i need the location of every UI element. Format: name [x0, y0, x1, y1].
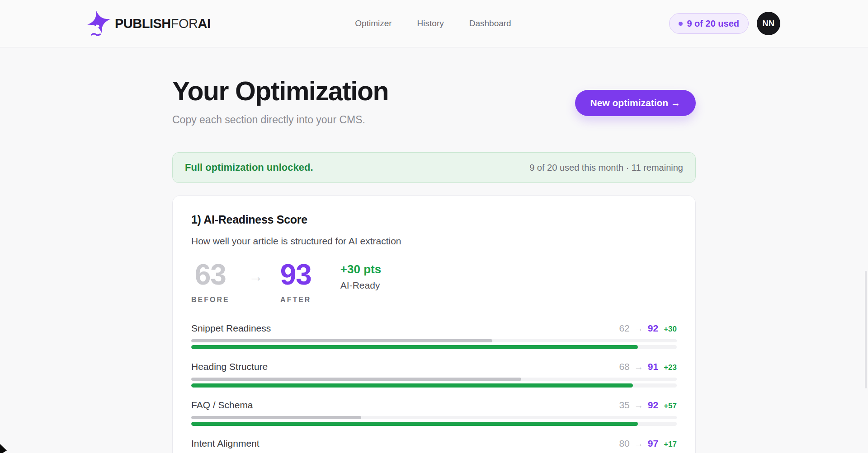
mouse-cursor-icon [0, 444, 8, 453]
new-optimization-button[interactable]: New optimization → [575, 90, 696, 116]
usage-badge-label: 9 of 20 used [687, 19, 739, 29]
page-title: Your Optimization [172, 78, 388, 105]
brand-star-icon [86, 9, 112, 37]
metric-head: Snippet Readiness62→92+30 [191, 323, 677, 334]
metric-head: Heading Structure68→91+23 [191, 361, 677, 372]
metric-label: Intent Alignment [191, 438, 259, 449]
metric-values: 35→92+57 [619, 400, 677, 411]
metric-delta-badge: +23 [664, 363, 677, 372]
page-subtitle: Copy each section directly into your CMS… [172, 114, 388, 126]
delta-points: +30 pts [340, 262, 381, 276]
metric-label: FAQ / Schema [191, 400, 253, 411]
metric-delta-badge: +30 [664, 325, 677, 334]
main-nav: Optimizer History Dashboard [355, 19, 511, 28]
after-progress-fill [191, 345, 638, 349]
arrow-right-icon: → [634, 323, 643, 334]
after-progress-track [191, 345, 677, 349]
after-progress-fill [191, 383, 633, 388]
usage-dot-icon [679, 22, 683, 26]
metric-before-value: 80 [619, 438, 629, 449]
metric-head: FAQ / Schema35→92+57 [191, 400, 677, 411]
page-head-text: Your Optimization Copy each section dire… [172, 78, 388, 126]
metric-values: 80→97+17 [619, 438, 677, 449]
metric-label: Snippet Readiness [191, 323, 271, 334]
before-progress-fill [191, 339, 492, 342]
after-progress-track [191, 383, 677, 388]
arrow-right-icon: → [249, 268, 263, 285]
before-score-block: 63 BEFORE [191, 260, 230, 304]
metric-after-value: 91 [648, 361, 658, 372]
metric-before-value: 68 [619, 361, 629, 372]
metrics-list: Snippet Readiness62→92+30Heading Structu… [191, 323, 677, 453]
app-header: PUBLISHFORAI Optimizer History Dashboard… [0, 0, 868, 47]
before-score-label: BEFORE [191, 296, 230, 304]
metric-after-value: 92 [648, 400, 658, 411]
brand-logo[interactable]: PUBLISHFORAI [86, 9, 355, 37]
metric-values: 68→91+23 [619, 361, 677, 372]
before-progress-track [191, 378, 677, 381]
metric-row: Snippet Readiness62→92+30 [191, 323, 677, 349]
main-content: Your Optimization Copy each section dire… [172, 78, 696, 453]
metric-row: FAQ / Schema35→92+57 [191, 400, 677, 426]
delta-status: AI-Ready [340, 280, 381, 291]
after-score-value: 93 [280, 260, 311, 289]
after-progress-fill [191, 422, 638, 426]
before-score-value: 63 [195, 260, 226, 289]
metric-delta-badge: +17 [664, 440, 677, 449]
usage-badge[interactable]: 9 of 20 used [669, 13, 749, 34]
delta-block: +30 pts AI-Ready [340, 260, 381, 291]
after-score-label: AFTER [280, 296, 311, 304]
metric-row: Intent Alignment80→97+17 [191, 438, 677, 453]
avatar[interactable]: NN [757, 12, 780, 35]
page-head: Your Optimization Copy each section dire… [172, 78, 696, 126]
metric-label: Heading Structure [191, 361, 268, 372]
score-summary: 63 BEFORE → 93 AFTER +30 pts AI-Ready [191, 260, 677, 304]
unlock-banner-title: Full optimization unlocked. [185, 162, 313, 173]
arrow-right-icon: → [634, 362, 643, 372]
header-right: 9 of 20 used NN [511, 12, 780, 35]
metric-values: 62→92+30 [619, 323, 677, 334]
metric-row: Heading Structure68→91+23 [191, 361, 677, 388]
after-progress-track [191, 422, 677, 426]
metric-before-value: 62 [619, 323, 629, 334]
metric-before-value: 35 [619, 400, 629, 411]
arrow-right-icon: → [634, 400, 643, 411]
scrollbar-thumb[interactable] [865, 271, 867, 388]
card-title: 1) AI-Readiness Score [191, 213, 677, 226]
card-description: How well your article is structured for … [191, 236, 677, 247]
metric-delta-badge: +57 [664, 402, 677, 411]
metric-head: Intent Alignment80→97+17 [191, 438, 677, 449]
after-score-block: 93 AFTER [280, 260, 311, 304]
metric-after-value: 92 [648, 323, 658, 334]
arrow-right-icon: → [634, 439, 643, 449]
before-progress-track [191, 416, 677, 419]
nav-optimizer[interactable]: Optimizer [355, 19, 392, 28]
brand-name: PUBLISHFORAI [115, 16, 211, 31]
nav-dashboard[interactable]: Dashboard [469, 19, 511, 28]
before-progress-track [191, 339, 677, 342]
metric-after-value: 97 [648, 438, 658, 449]
before-progress-fill [191, 416, 361, 419]
ai-readiness-card: 1) AI-Readiness Score How well your arti… [172, 195, 696, 453]
before-progress-fill [191, 378, 521, 381]
nav-history[interactable]: History [417, 19, 444, 28]
unlock-banner: Full optimization unlocked. 9 of 20 used… [172, 152, 696, 183]
unlock-banner-usage: 9 of 20 used this month · 11 remaining [529, 163, 683, 173]
